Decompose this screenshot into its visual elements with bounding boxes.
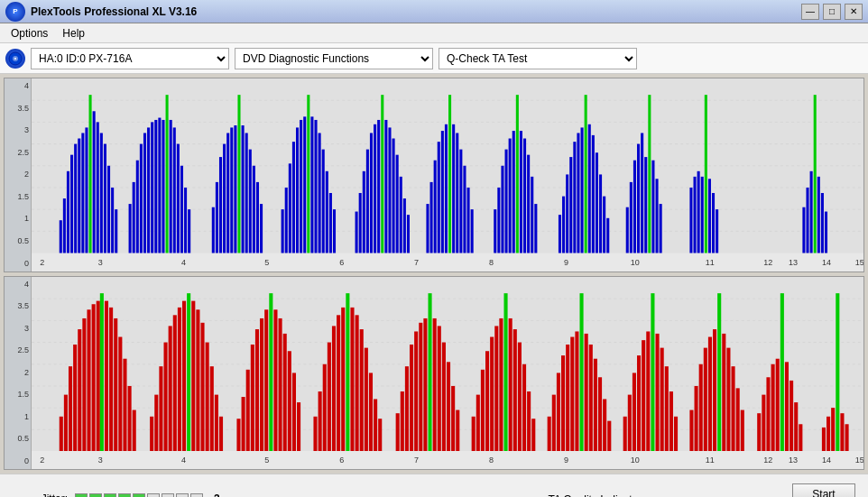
svg-rect-167 <box>92 304 96 451</box>
svg-rect-269 <box>646 331 650 451</box>
bx-label-10: 10 <box>631 456 640 465</box>
svg-rect-95 <box>452 124 455 253</box>
svg-rect-150 <box>821 193 824 253</box>
menu-options[interactable]: Options <box>4 25 55 41</box>
svg-rect-76 <box>366 150 369 253</box>
svg-rect-252 <box>557 373 560 451</box>
svg-rect-213 <box>341 307 345 451</box>
close-button[interactable]: ✕ <box>845 4 863 20</box>
svg-rect-143 <box>712 193 715 253</box>
menu-help[interactable]: Help <box>55 25 92 41</box>
svg-rect-292 <box>776 358 780 451</box>
start-button[interactable]: Start <box>792 483 855 498</box>
svg-rect-179 <box>159 366 162 451</box>
svg-rect-84 <box>396 155 399 253</box>
svg-rect-26 <box>115 209 117 253</box>
svg-rect-25 <box>111 188 114 253</box>
svg-rect-257 <box>579 293 583 451</box>
svg-rect-109 <box>523 139 526 253</box>
bx-label-6: 6 <box>339 456 344 465</box>
svg-rect-228 <box>423 318 427 451</box>
test-select[interactable]: Q-Check TA Test <box>439 48 637 69</box>
svg-rect-90 <box>434 161 437 253</box>
svg-rect-272 <box>660 347 664 451</box>
svg-rect-162 <box>69 366 72 451</box>
svg-rect-85 <box>400 177 402 253</box>
svg-rect-83 <box>392 139 395 253</box>
svg-rect-22 <box>100 133 103 253</box>
svg-rect-37 <box>166 95 169 253</box>
svg-rect-47 <box>223 144 226 253</box>
svg-rect-102 <box>497 188 500 253</box>
svg-rect-237 <box>476 394 480 451</box>
bx-label-15: 15 <box>855 456 863 465</box>
svg-rect-303 <box>845 424 849 451</box>
jitter-cell-8 <box>176 493 189 498</box>
by-label-3: 3 <box>6 325 29 333</box>
svg-rect-201 <box>273 309 277 451</box>
titlebar: P PlexTools Professional XL V3.16 — □ ✕ <box>0 0 868 23</box>
minimize-button[interactable]: — <box>801 4 819 20</box>
x-label-2: 2 <box>40 258 44 267</box>
svg-rect-262 <box>603 399 606 451</box>
device-select[interactable]: HA:0 ID:0 PX-716A <box>31 48 229 69</box>
y-label-3: 3 <box>6 126 29 134</box>
bottom-chart-yaxis: 4 3.5 3 2.5 2 1.5 1 0.5 0 <box>5 277 32 470</box>
svg-rect-68 <box>319 133 321 253</box>
svg-rect-98 <box>463 166 466 253</box>
svg-rect-31 <box>143 133 146 253</box>
svg-rect-144 <box>716 209 718 253</box>
svg-rect-207 <box>313 416 317 451</box>
svg-rect-45 <box>216 182 218 253</box>
function-select[interactable]: DVD Diagnostic Functions <box>235 48 433 69</box>
svg-rect-149 <box>817 177 820 253</box>
svg-rect-24 <box>107 166 110 253</box>
bottom-chart-xaxis: 2 3 4 5 6 7 8 9 10 11 12 13 14 15 <box>32 451 863 469</box>
svg-rect-245 <box>513 329 517 451</box>
svg-rect-180 <box>163 342 167 451</box>
svg-rect-78 <box>374 124 376 253</box>
svg-rect-244 <box>509 318 512 451</box>
metrics-section: Jitter: 3 Peak Shift: <box>9 492 401 498</box>
app-logo: P <box>5 2 25 22</box>
svg-rect-72 <box>333 209 336 253</box>
svg-rect-62 <box>296 127 299 253</box>
svg-rect-89 <box>430 182 433 253</box>
svg-rect-112 <box>534 204 537 253</box>
svg-rect-251 <box>552 394 556 451</box>
top-chart-xaxis: 2 3 4 5 6 7 8 9 10 11 12 13 14 15 <box>32 253 863 272</box>
svg-rect-44 <box>212 207 215 253</box>
svg-rect-191 <box>215 394 218 451</box>
svg-rect-287 <box>741 410 744 451</box>
svg-rect-205 <box>292 373 296 451</box>
svg-rect-120 <box>585 95 587 253</box>
svg-rect-124 <box>599 174 602 253</box>
by-label-15: 1.5 <box>6 391 29 399</box>
svg-rect-140 <box>701 177 704 253</box>
svg-rect-131 <box>641 133 643 253</box>
svg-rect-122 <box>592 135 595 253</box>
svg-rect-299 <box>826 416 830 451</box>
bx-label-3: 3 <box>98 456 103 465</box>
jitter-row: Jitter: 3 <box>9 492 401 498</box>
svg-rect-27 <box>129 204 132 253</box>
svg-rect-107 <box>516 95 519 253</box>
svg-rect-137 <box>689 188 692 253</box>
maximize-button[interactable]: □ <box>823 4 841 20</box>
svg-rect-277 <box>695 385 698 451</box>
svg-rect-36 <box>162 120 164 253</box>
svg-rect-20 <box>93 111 96 253</box>
svg-rect-136 <box>660 204 662 253</box>
svg-rect-221 <box>378 419 382 451</box>
svg-rect-216 <box>356 315 359 451</box>
svg-rect-296 <box>794 402 798 451</box>
svg-rect-249 <box>531 419 535 451</box>
svg-rect-281 <box>713 329 716 451</box>
svg-rect-182 <box>173 315 177 451</box>
top-chart-svg <box>32 78 863 253</box>
svg-rect-235 <box>456 410 459 451</box>
svg-rect-200 <box>269 293 272 451</box>
bx-label-8: 8 <box>489 456 494 465</box>
start-section: Start i <box>792 483 859 498</box>
svg-rect-67 <box>314 120 317 253</box>
